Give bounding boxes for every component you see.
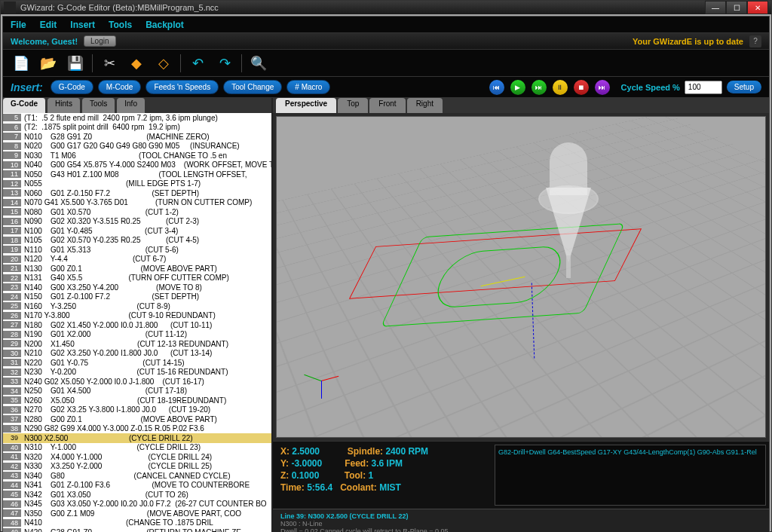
code-line[interactable]: 7N010 G28 G91 Z0 (MACHINE ZERO) <box>3 132 271 142</box>
code-line[interactable]: 41N320 X4.000 Y-1.000 (CYCLE DRILL 24) <box>3 452 271 462</box>
code-line[interactable]: 45N342 G01 X3.050 (CUT TO 26) <box>3 490 271 500</box>
menu-tools[interactable]: Tools <box>109 20 132 30</box>
code-line[interactable]: 10N040 G00 G54 X5.875 Y-4.000 S2400 M03 … <box>3 161 271 170</box>
step-button[interactable]: ⏭ <box>532 80 547 95</box>
hint-line-1: N300 : N-Line <box>280 520 761 527</box>
code-line[interactable]: 18N105 G02 X0.570 Y-0.235 R0.25 (CUT 4-5… <box>3 236 271 246</box>
maximize-button[interactable]: ☐ <box>726 1 747 14</box>
time-label: Time: <box>280 482 305 493</box>
cycle-speed-label: Cycle Speed % <box>621 83 680 92</box>
code-editor[interactable]: 5(T1: .5 2 flute end mill 2400 rpm 7.2 i… <box>3 113 271 532</box>
tab-perspective[interactable]: Perspective <box>276 98 336 113</box>
help-button[interactable]: ? <box>749 35 761 47</box>
code-line[interactable]: 27N180 G02 X1.450 Y-2.000 I0.0 J1.800 (C… <box>3 320 271 330</box>
code-line[interactable]: 17N100 G01 Y-0.485 (CUT 3-4) <box>3 226 271 236</box>
code-line[interactable]: 32N230 Y-0.200 (CUT 15-16 REDUNDANT) <box>3 368 271 378</box>
menubar: File Edit Insert Tools Backplot <box>3 17 769 33</box>
insert-toolchange-button[interactable]: Tool Change <box>223 80 282 94</box>
code-line[interactable]: 6(T2: .1875 split point drill 6400 rpm 1… <box>3 123 271 133</box>
play-button[interactable]: ▶ <box>510 80 525 95</box>
code-line[interactable]: 28N190 G01 X2.000 (CUT 11-12) <box>3 330 271 340</box>
search-icon[interactable]: 🔍 <box>248 53 269 74</box>
code-line[interactable]: 33N240 G02 X5.050 Y-2.000 I0.0 J-1.800 (… <box>3 377 271 387</box>
code-line[interactable]: 20N120 Y-4.4 (CUT 6-7) <box>3 255 271 264</box>
tab-info[interactable]: Info <box>117 98 146 113</box>
code-line[interactable]: 8N020 G00 G17 G20 G40 G49 G80 G90 M05 (I… <box>3 142 271 151</box>
menu-file[interactable]: File <box>11 20 26 30</box>
copy-icon[interactable]: ◆ <box>126 53 147 74</box>
feed-value: 3.6 IPM <box>372 458 403 469</box>
code-line[interactable]: 37N280 G00 Z0.1 (MOVE ABOVE PART) <box>3 414 271 424</box>
tab-tools[interactable]: Tools <box>82 98 115 113</box>
redo-icon[interactable]: ↷ <box>214 53 235 74</box>
code-line[interactable]: 44N341 G01 Z-0.100 F3.6 (MOVE TO COUNTER… <box>3 481 271 491</box>
code-line[interactable]: 16N090 G02 X0.320 Y-3.515 R0.25 (CUT 2-3… <box>3 217 271 227</box>
code-line[interactable]: 19N110 G01 X5.313 (CUT 5-6) <box>3 245 271 255</box>
code-line[interactable]: 26N170 Y-3.800 (CUT 9-10 REDUNDANT) <box>3 311 271 321</box>
code-line[interactable]: 14N070 G41 X5.500 Y-3.765 D01 (TURN ON C… <box>3 198 271 208</box>
menu-insert[interactable]: Insert <box>70 20 95 30</box>
stop-button[interactable]: ⏹ <box>574 80 589 95</box>
z-value: 0.1000 <box>292 470 320 481</box>
insert-label: Insert: <box>11 81 43 93</box>
paste-icon[interactable]: ◇ <box>153 53 174 74</box>
code-line[interactable]: 46N345 G03 X3.050 Y-2.000 I0.20 J0.0 F7.… <box>3 500 271 509</box>
close-button[interactable]: ✕ <box>747 1 768 14</box>
coolant-value: MIST <box>379 482 401 493</box>
open-file-icon[interactable]: 📂 <box>38 53 59 74</box>
new-file-icon[interactable]: 📄 <box>11 53 32 74</box>
setup-button[interactable]: Setup <box>727 81 761 93</box>
code-line[interactable]: 15N080 G01 X0.570 (CUT 1-2) <box>3 207 271 217</box>
code-line[interactable]: 36N270 G02 X3.25 Y-3.800 I-1.800 J0.0 (C… <box>3 405 271 415</box>
undo-icon[interactable]: ↶ <box>187 53 208 74</box>
code-line[interactable]: 43N340 G80 (CANCEL CANNED CYCLE) <box>3 471 271 481</box>
code-line[interactable]: 25N160 Y-3.250 (CUT 8-9) <box>3 301 271 311</box>
insert-feeds-button[interactable]: Feeds 'n Speeds <box>146 80 219 94</box>
update-status: Your GWizardE is up to date <box>633 37 743 46</box>
code-line[interactable]: 21N130 G00 Z0.1 (MOVE ABOVE PART) <box>3 264 271 274</box>
insert-macro-button[interactable]: # Macro <box>286 80 330 94</box>
save-file-icon[interactable]: 💾 <box>65 53 86 74</box>
code-line[interactable]: 24N150 G01 Z-0.100 F7.2 (SET DEPTH) <box>3 292 271 302</box>
code-line[interactable]: 5(T1: .5 2 flute end mill 2400 rpm 7.2 i… <box>3 113 271 123</box>
insert-mcode-button[interactable]: M-Code <box>98 80 142 94</box>
code-line[interactable]: 42N330 X3.250 Y-2.000 (CYCLE DRILL 25) <box>3 462 271 472</box>
code-line[interactable]: 48N410 (CHANGE TO .1875 DRIL <box>3 518 271 528</box>
tab-top[interactable]: Top <box>338 98 368 113</box>
forward-button[interactable]: ⏭ <box>595 80 610 95</box>
tab-hints[interactable]: Hints <box>47 98 81 113</box>
cycle-speed-input[interactable] <box>685 81 722 94</box>
code-line[interactable]: 31N220 G01 Y-0.75 (CUT 14-15) <box>3 358 271 368</box>
tab-front[interactable]: Front <box>369 98 405 113</box>
readout-panel: X: 2.5000 Spindle: 2400 RPM Y: -3.0000 F… <box>273 441 769 509</box>
code-line[interactable]: 22N131 G40 X5.5 (TURN OFF CUTTER COMP) <box>3 274 271 283</box>
x-value: 2.5000 <box>292 446 320 457</box>
code-line[interactable]: 9N030 T1 M06 (TOOL CHANGE TO .5 en <box>3 151 271 161</box>
code-line[interactable]: 38N290 G82 G99 X4.000 Y-3.000 Z-0.15 R.0… <box>3 424 271 434</box>
code-line[interactable]: 39N300 X2.500 (CYCLE DRILL 22) <box>3 433 271 443</box>
code-line[interactable]: 34N250 G01 X4.500 (CUT 17-18) <box>3 387 271 396</box>
coolant-label: Coolant: <box>340 482 377 493</box>
code-line[interactable]: 11N050 G43 H01 Z.100 M08 (TOOL LENGTH OF… <box>3 170 271 179</box>
3d-viewport[interactable] <box>276 116 766 438</box>
code-line[interactable]: 12N055 (MILL EDGE PTS 1-7) <box>3 179 271 189</box>
cut-icon[interactable]: ✂ <box>99 53 120 74</box>
code-line[interactable]: 23N140 G00 X3.250 Y-4.200 (MOVE TO 8) <box>3 283 271 292</box>
code-line[interactable]: 13N060 G01 Z-0.150 F7.2 (SET DEPTH) <box>3 188 271 198</box>
y-label: Y: <box>280 458 289 469</box>
minimize-button[interactable]: — <box>705 1 726 14</box>
login-button[interactable]: Login <box>84 35 115 47</box>
tab-right[interactable]: Right <box>407 98 443 113</box>
insert-gcode-button[interactable]: G-Code <box>51 80 93 94</box>
code-line[interactable]: 47N350 G00 Z.1 M09 (MOVE ABOVE PART, COO <box>3 509 271 518</box>
pause-button[interactable]: ⏸ <box>553 80 568 95</box>
tab-gcode[interactable]: G-Code <box>3 98 46 113</box>
menu-backplot[interactable]: Backplot <box>146 20 184 30</box>
code-line[interactable]: 40N310 Y-1.000 (CYCLE DRILL 23) <box>3 443 271 453</box>
code-line[interactable]: 30N210 G02 X3.250 Y-0.200 I1.800 J0.0 (C… <box>3 349 271 359</box>
menu-edit[interactable]: Edit <box>40 20 57 30</box>
code-line[interactable]: 35N260 X5.050 (CUT 18-19REDUNDANT) <box>3 396 271 405</box>
code-line[interactable]: 49N420 G28 G91 Z0 (RETURN TO MACHINE ZE <box>3 527 271 532</box>
rewind-button[interactable]: ⏮ <box>489 80 504 95</box>
code-line[interactable]: 29N200 X1.450 (CUT 12-13 REDUNDANT) <box>3 339 271 349</box>
